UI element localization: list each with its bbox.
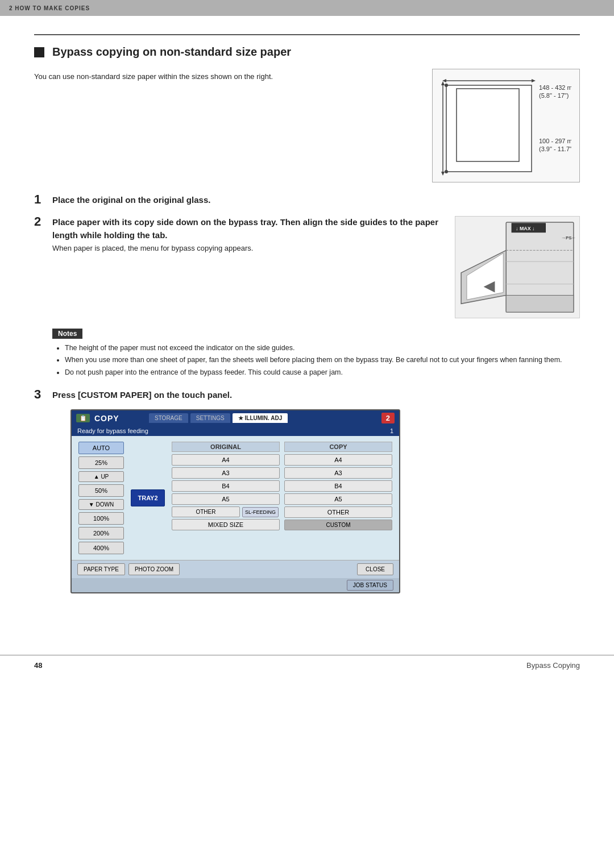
tp-tab-settings[interactable]: SETTINGS (190, 413, 230, 423)
svg-text:→PS←: →PS← (561, 235, 576, 240)
svg-point-8 (445, 84, 448, 87)
tp-bottombar: PAPER TYPE PHOTO ZOOM CLOSE (72, 560, 399, 578)
bypass-svg: ↓ MAX ↓ →PS← (455, 217, 579, 318)
tp-zoom-25[interactable]: 25% (78, 456, 124, 469)
intro-row: You can use non-standard size paper with… (34, 69, 580, 182)
footer: 48 Bypass Copying (0, 655, 614, 675)
tp-orig-mixed[interactable]: MIXED SIZE (172, 519, 280, 530)
svg-text:↓ MAX ↓: ↓ MAX ↓ (516, 226, 535, 231)
notes-item-1: The height of the paper must not exceed … (65, 342, 580, 354)
tp-zoom-down-row: ▼ DOWN (78, 499, 124, 510)
tp-paper-section: ORIGINAL A4 A3 B4 A5 OTHER SL-FEEDING MI… (172, 442, 392, 554)
step-1-num: 1 (34, 192, 52, 207)
notes-item-2: When you use more than one sheet of pape… (65, 354, 580, 366)
svg-marker-16 (467, 253, 503, 300)
step-1-content: Place the original on the original glass… (52, 194, 580, 207)
tp-paper-type-btn[interactable]: PAPER TYPE (77, 563, 125, 575)
step-2-title: Place paper with its copy side down on t… (52, 216, 441, 242)
svg-text:148 - 432 mm: 148 - 432 mm (539, 84, 571, 91)
header-bar: 2 HOW TO MAKE COPIES (0, 0, 614, 16)
touch-panel: 📋 COPY STORAGE SETTINGS ★ ILLUMIN. ADJ 2… (70, 409, 400, 593)
tp-copy-col: COPY A4 A3 B4 A5 OTHER CUSTOM (284, 442, 392, 554)
tp-copy-a3[interactable]: A3 (284, 467, 392, 479)
tp-zoom-up[interactable]: ▲ UP (78, 471, 124, 482)
tp-job-status-btn[interactable]: JOB STATUS (347, 580, 393, 591)
section-title-text: Bypass copying on non-standard size pape… (52, 45, 291, 59)
tp-zoom-down[interactable]: ▼ DOWN (78, 499, 124, 510)
tp-bottom-left-btns: PAPER TYPE PHOTO ZOOM (77, 563, 180, 575)
notes-label: Notes (52, 329, 82, 339)
svg-marker-6 (441, 81, 445, 85)
tp-copy-header: COPY (284, 442, 392, 452)
notes-list: The height of the paper must not exceed … (52, 342, 580, 379)
bypass-tray-image: ↓ MAX ↓ →PS← (455, 216, 580, 318)
tp-status-bar: Ready for bypass feeding 1 (72, 426, 399, 436)
tp-zoom-50[interactable]: 50% (78, 484, 124, 497)
notes-item-3: Do not push paper into the entrance of t… (65, 367, 580, 379)
main-content: Bypass copying on non-standard size pape… (0, 16, 614, 621)
intro-paragraph: You can use non-standard size paper with… (34, 71, 415, 83)
paper-size-diagram: 148 - 432 mm (5.8" - 17") 100 - 297 mm (… (432, 69, 580, 182)
step-1-title: Place the original on the original glass… (52, 194, 580, 207)
tp-topbar: 📋 COPY STORAGE SETTINGS ★ ILLUMIN. ADJ 2 (72, 410, 399, 426)
tp-tab-illumin[interactable]: ★ ILLUMIN. ADJ (233, 413, 288, 423)
header-label: 2 HOW TO MAKE COPIES (9, 5, 90, 11)
tp-orig-a3[interactable]: A3 (172, 467, 280, 479)
tp-orig-other-row: OTHER SL-FEEDING (172, 506, 280, 517)
notes-section: Notes The height of the paper must not e… (52, 329, 580, 379)
footer-page-label: Bypass Copying (526, 661, 580, 670)
step-2: 2 Place paper with its copy side down on… (34, 216, 580, 318)
step-3-title: Press [CUSTOM PAPER] on the touch panel. (52, 389, 580, 402)
step-2-num: 2 (34, 214, 52, 229)
tp-zoom-col: AUTO 25% ▲ UP 50% ▼ DOWN 100% 200% 400% (78, 442, 124, 554)
section-title: Bypass copying on non-standard size pape… (34, 45, 580, 59)
tp-status-num: 2 (381, 413, 395, 423)
tp-status-right: 1 (390, 427, 393, 434)
tp-close-btn[interactable]: CLOSE (357, 563, 393, 575)
diagram-inner: 148 - 432 mm (5.8" - 17") 100 - 297 mm (… (441, 75, 571, 176)
tp-title: COPY (94, 414, 140, 423)
step-2-row: Place paper with its copy side down on t… (52, 216, 580, 318)
svg-marker-7 (441, 172, 445, 176)
top-rule (34, 34, 580, 35)
tp-tray-col: TRAY2 (131, 442, 165, 554)
tp-zoom-ud: ▲ UP (78, 471, 124, 482)
step-3-content: Press [CUSTOM PAPER] on the touch panel.… (52, 389, 580, 594)
footer-page-num: 48 (34, 661, 42, 670)
tp-copy-b4[interactable]: B4 (284, 480, 392, 492)
step-3-num: 3 (34, 387, 52, 402)
tp-tab-storage[interactable]: STORAGE (149, 413, 188, 423)
tp-original-header: ORIGINAL (172, 442, 280, 452)
tp-status-text: Ready for bypass feeding (77, 427, 148, 434)
tp-copy-custom[interactable]: CUSTOM (284, 520, 392, 530)
svg-text:(3.9" - 11.7"): (3.9" - 11.7") (539, 146, 571, 152)
tp-tabs[interactable]: STORAGE SETTINGS ★ ILLUMIN. ADJ (149, 413, 377, 423)
tp-orig-other[interactable]: OTHER (172, 506, 240, 517)
tp-orig-a5[interactable]: A5 (172, 493, 280, 505)
step-2-body: When paper is placed, the menu for bypas… (52, 243, 441, 254)
tp-feeder-btn[interactable]: SL-FEEDING (242, 507, 279, 517)
tp-orig-b4[interactable]: B4 (172, 480, 280, 492)
tp-tray-btn[interactable]: TRAY2 (131, 489, 165, 506)
step-2-content: Place paper with its copy side down on t… (52, 216, 580, 318)
tp-zoom-auto[interactable]: AUTO (78, 442, 124, 454)
step-3: 3 Press [CUSTOM PAPER] on the touch pane… (34, 389, 580, 594)
tp-copy-icon: 📋 (76, 414, 90, 422)
intro-text: You can use non-standard size paper with… (34, 69, 415, 83)
title-square-icon (34, 47, 44, 57)
tp-copy-other[interactable]: OTHER (284, 506, 392, 518)
tp-zoom-400[interactable]: 400% (78, 542, 124, 554)
tp-body: AUTO 25% ▲ UP 50% ▼ DOWN 100% 200% 400% (72, 436, 399, 560)
tp-orig-a4[interactable]: A4 (172, 454, 280, 466)
tp-zoom-100[interactable]: 100% (78, 512, 124, 525)
svg-marker-4 (532, 79, 536, 82)
svg-rect-23 (506, 295, 574, 312)
step-2-text-block: Place paper with its copy side down on t… (52, 216, 441, 254)
tp-copy-a4[interactable]: A4 (284, 454, 392, 466)
tp-job-bar: JOB STATUS (72, 578, 399, 592)
tp-copy-a5[interactable]: A5 (284, 493, 392, 505)
svg-text:(5.8" - 17"): (5.8" - 17") (539, 92, 569, 99)
tp-zoom-200[interactable]: 200% (78, 527, 124, 539)
tp-original-col: ORIGINAL A4 A3 B4 A5 OTHER SL-FEEDING MI… (172, 442, 280, 554)
tp-photo-zoom-btn[interactable]: PHOTO ZOOM (128, 563, 180, 575)
